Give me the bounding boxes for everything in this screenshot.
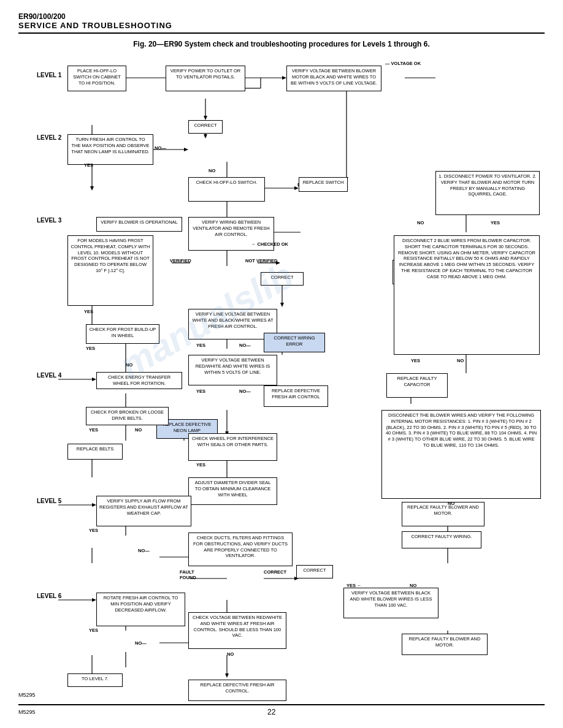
yes-label-b17: YES (86, 346, 95, 351)
svg-marker-12 (184, 148, 188, 151)
svg-marker-4 (204, 116, 207, 120)
header-title: SERVICE AND TROUBLESHOOTING (18, 21, 545, 30)
yes-label-b25: YES (89, 427, 98, 433)
yes-label-b7: YES (491, 220, 500, 226)
no-label-b6: NO (209, 168, 215, 173)
box-b12: FOR MODELS HAVING FROST CONTROL PREHEAT,… (67, 235, 153, 306)
footer: M5295 22 (18, 704, 545, 716)
yes-label-b14: YES (411, 358, 420, 363)
svg-marker-32 (280, 303, 284, 307)
no-label-b18: NO— (239, 389, 251, 394)
correct-label: CORRECT (264, 569, 286, 575)
level1-label: LEVEL 1 (37, 72, 61, 78)
no-label-b25: NO (135, 427, 142, 433)
footer-code: M5295 (18, 709, 36, 715)
verified-label: VERIFIED (170, 258, 191, 264)
box-b25: CHECK FOR BROKEN OR LOOSE DRIVE BELTS. (86, 407, 169, 425)
box-b5: CORRECT (188, 120, 223, 134)
box-b21: CHECK ENERGY TRANSFER WHEEL FOR ROTATION… (96, 372, 182, 389)
box-b16: CORRECT WIRING ERROR (264, 333, 325, 352)
box-b24: DISCONNECT THE BLOWER WIRES AND VERIFY T… (381, 410, 541, 499)
svg-marker-68 (225, 673, 229, 678)
box-b18: VERIFY VOLTAGE BETWEEN RED/WHITE AND WHI… (188, 355, 277, 385)
no-label-b34: NO (227, 651, 234, 657)
page: ER90/100/200 SERVICE AND TROUBLESHOOTING… (0, 0, 563, 728)
svg-marker-2 (282, 76, 286, 80)
doc-code: M5295 (18, 692, 36, 698)
fault-found-label: FAULTFOUND (180, 569, 196, 580)
level6-label: LEVEL 6 (37, 593, 61, 599)
box-b32: VERIFY VOLTAGE BETWEEN BLACK AND WHITE B… (343, 588, 439, 618)
figure-title: Fig. 20—ER90 System check and troublesho… (18, 40, 545, 48)
svg-marker-55 (92, 503, 96, 507)
box-b7: 1. DISCONNECT POWER TO VENTILATOR. 2. VE… (435, 171, 540, 215)
no-label-b32: NO (410, 583, 416, 588)
box-b36: REPLACE FAULTY BLOWER AND MOTOR. (402, 634, 488, 655)
box-b13: CORRECT (261, 272, 304, 286)
voltage-ok-label: — VOLTAGE OK (385, 61, 421, 66)
yes-label-b4: YES (84, 162, 93, 168)
svg-marker-14 (90, 186, 94, 191)
box-b23: CHECK WHEEL FOR INTERFERENCE WITH SEALS … (188, 433, 277, 461)
yes-label-b12: YES (84, 309, 93, 314)
box-b29: CORRECT FAULTY WIRING. (402, 531, 481, 548)
box-b19: REPLACE DEFECTIVE FRESH AIR CONTROL (264, 385, 328, 407)
box-b1: PLACE HI-OFF-LO SWITCH ON CABINET TO HI … (67, 66, 126, 91)
box-b17: CHECK FOR FROST BUILD-UP IN WHEEL (86, 324, 159, 344)
box-b33: ROTATE FRESH AIR CONTROL TO MIN POSITION… (96, 593, 185, 626)
box-b20: REPLACE FAULTY CAPACITOR (386, 373, 448, 398)
box-b8: VERIFY BLOWER IS OPERATIONAL (96, 217, 182, 232)
svg-marker-10 (204, 134, 207, 138)
yes-label-b15: YES (196, 343, 205, 348)
not-verified-label: NOT VERIFIED (245, 258, 278, 264)
level3-label: LEVEL 3 (37, 217, 61, 224)
header-model: ER90/100/200 (18, 12, 545, 21)
box-b31: CHECK DUCTS, FILTERS AND FITTINGS FOR OB… (188, 533, 293, 566)
box-b35: REPLACE DEFECTIVE FRESH AIR CONTROL. (188, 680, 286, 701)
yes-label-b23: YES (196, 462, 205, 468)
box-b28: REPLACE BELTS (67, 444, 123, 460)
yes-label-b33: YES (89, 628, 98, 633)
no-label-b33: NO— (135, 640, 147, 646)
box-b34: CHECK VOLTAGE BETWEEN RED/WHITE AND WHIT… (188, 612, 286, 649)
box-b37: TO LEVEL 7. (67, 673, 123, 687)
no-label-b15: NO— (239, 343, 251, 348)
no-label-b24: NO (448, 501, 454, 506)
level2-label: LEVEL 2 (37, 134, 61, 141)
level5-label: LEVEL 5 (37, 498, 61, 504)
yes-label-b18: YES (196, 389, 205, 394)
no-label-b7: NO (417, 220, 424, 226)
header: ER90/100/200 SERVICE AND TROUBLESHOOTING (18, 12, 545, 34)
yes-label-b32: YES ← (347, 583, 362, 588)
no-label-b4: NO— (155, 145, 166, 151)
box-b2: VERIFY POWER TO OUTLET OR TO VENTILATOR … (166, 66, 245, 91)
no-label-b17: NO (126, 362, 132, 368)
no-label-b14: NO (457, 358, 464, 363)
box-b4: TURN FRESH AIR CONTROL TO THE MAX POSITI… (67, 134, 153, 165)
checked-ok-label: ← CHECKED OK (251, 241, 288, 247)
box-b6: CHECK HI-OFF-LO SWITCH. (188, 177, 265, 202)
box-b10: REPLACE SWITCH (299, 177, 348, 192)
page-number: 22 (267, 708, 275, 716)
svg-marker-36 (92, 377, 96, 381)
box-b3: VERIFY VOLTAGE BETWEEN BLOWER MOTOR BLAC… (286, 66, 381, 91)
box-b30: VERIFY SUPPLY AIR FLOW FROM REGISTERS AN… (96, 496, 191, 526)
box-b26: ADJUST DIAMETER DIVIDER SEAL TO OBTAIN M… (188, 477, 277, 505)
yes-label-b30: YES (89, 528, 98, 533)
diagram-area: manualslib (18, 55, 546, 698)
box-b27: REPLACE FAULTY BLOWER AND MOTOR. (402, 502, 484, 526)
level4-label: LEVEL 4 (37, 372, 61, 379)
box-b14: DISCONNECT 2 BLUE WIRES FROM BLOWER CAPA… (394, 235, 540, 355)
svg-marker-61 (92, 598, 96, 602)
no-label-b30: NO— (138, 548, 150, 553)
box-b38: CORRECT (296, 565, 333, 578)
